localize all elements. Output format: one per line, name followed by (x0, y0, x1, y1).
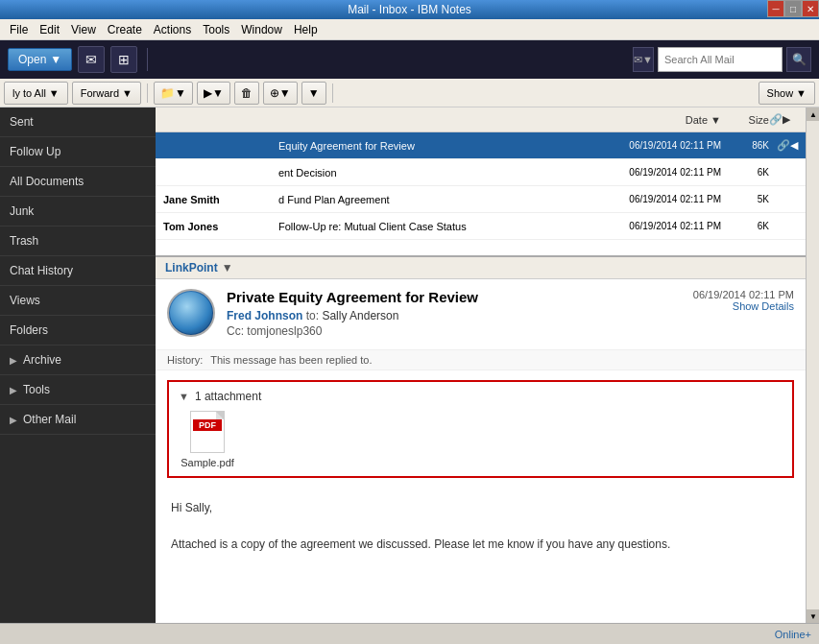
maximize-button[interactable]: □ (784, 0, 802, 17)
minimize-button[interactable]: ─ (767, 0, 784, 17)
tools-expand-icon: ▶ (10, 385, 17, 395)
open-dropdown-icon: ▼ (50, 53, 61, 66)
toolbar2-sep-1 (147, 83, 148, 103)
email-header-top: Private Equity Agreement for Review Fred… (167, 289, 794, 340)
email-sender-3: Tom Jones (163, 221, 278, 232)
add-icon-btn[interactable]: ⊕▼ (263, 82, 298, 105)
search-input[interactable] (658, 47, 783, 72)
attachment-count: 1 attachment (195, 390, 261, 403)
menu-view[interactable]: View (65, 21, 102, 38)
sidebar-item-views[interactable]: Views (0, 286, 156, 316)
menu-window[interactable]: Window (235, 21, 288, 38)
email-list: Equity Agreement for Review 06/19/2014 0… (156, 132, 806, 257)
show-button[interactable]: Show ▼ (759, 82, 815, 105)
email-subject-3: Follow-Up re: Mutual Client Case Status (278, 221, 596, 232)
title-bar: Mail - Inbox - IBM Notes ─ □ ✕ (0, 0, 819, 19)
toolbar2-sep-2 (332, 83, 333, 103)
second-toolbar: ly to All ▼ Forward ▼ 📁▼ ▶▼ 🗑 ⊕▼ ▼ Show … (0, 79, 819, 107)
email-icons-0: 🔗◀ (769, 139, 798, 152)
scroll-down-button[interactable]: ▼ (807, 609, 819, 623)
content-area: Date ▼ Size 🔗▶ Equity Agreement for Revi… (156, 107, 806, 623)
sidebar-item-chat-history[interactable]: Chat History (0, 256, 156, 286)
reply-all-button[interactable]: ly to All ▼ (4, 82, 68, 105)
attachment-filename: Sample.pdf (181, 457, 234, 468)
menu-tools[interactable]: Tools (197, 21, 235, 38)
chat-history-label: Chat History (10, 264, 73, 277)
flag-icon-btn[interactable]: ▶▼ (197, 82, 230, 105)
menu-bar: File Edit View Create Actions Tools Wind… (0, 19, 819, 40)
open-button[interactable]: Open ▼ (8, 48, 72, 71)
sidebar-item-trash[interactable]: Trash (0, 227, 156, 256)
sidebar-item-junk[interactable]: Junk (0, 197, 156, 227)
open-label: Open (18, 53, 46, 66)
toolbar-separator-1 (147, 48, 148, 71)
globe-icon (170, 292, 212, 334)
sidebar-item-sent[interactable]: Sent (0, 107, 156, 137)
more-icon-btn[interactable]: ▼ (301, 82, 326, 105)
menu-create[interactable]: Create (102, 21, 148, 38)
linkpoint-arrow-icon: ▼ (222, 261, 233, 274)
sidebar-item-folders[interactable]: Folders (0, 316, 156, 346)
email-subject-2: d Fund Plan Agreement (278, 194, 596, 205)
email-row-3[interactable]: Tom Jones Follow-Up re: Mutual Client Ca… (156, 213, 806, 240)
delete-icon-btn[interactable]: 🗑 (234, 82, 259, 105)
sent-label: Sent (10, 115, 34, 129)
other-mail-expand-icon: ▶ (10, 415, 17, 425)
email-cc-line: Cc: tomjoneslp360 (227, 324, 629, 338)
date-col-header[interactable]: Date ▼ (596, 114, 721, 126)
email-history-bar: History: This message has been replied t… (156, 350, 806, 370)
body-greeting: Hi Sally, (171, 499, 790, 517)
menu-file[interactable]: File (4, 21, 34, 38)
scroll-up-button[interactable]: ▲ (807, 107, 819, 121)
email-from-name[interactable]: Fred Johnson (227, 309, 302, 322)
size-col-header[interactable]: Size (721, 114, 769, 126)
menu-help[interactable]: Help (288, 21, 324, 38)
search-dropdown-icon[interactable]: ✉▼ (633, 47, 654, 72)
reply-all-label: ly to All (12, 87, 46, 99)
scrollbar-right[interactable]: ▲ ▼ (806, 107, 819, 623)
email-row-0[interactable]: Equity Agreement for Review 06/19/2014 0… (156, 132, 806, 159)
sidebar-item-follow-up[interactable]: Follow Up (0, 137, 156, 167)
reading-pane: LinkPoint ▼ Private Equity Agreement for… (156, 257, 806, 623)
menu-edit[interactable]: Edit (34, 21, 65, 38)
trash-label: Trash (10, 234, 38, 248)
close-button[interactable]: ✕ (802, 0, 819, 17)
pdf-file-icon: PDF (190, 411, 225, 453)
folder-icon-btn[interactable]: 📁▼ (154, 82, 193, 105)
search-container: ✉▼ 🔍 (633, 47, 811, 72)
grid-icon[interactable]: ⊞ (110, 46, 137, 73)
attachment-item[interactable]: PDF Sample.pdf (179, 411, 236, 468)
linkpoint-label[interactable]: LinkPoint (165, 261, 218, 274)
email-row-2[interactable]: Jane Smith d Fund Plan Agreement 06/19/2… (156, 186, 806, 213)
show-label: Show (767, 87, 794, 99)
email-date-1: 06/19/2014 02:11 PM (596, 167, 721, 178)
sidebar-item-archive[interactable]: ▶ Archive (0, 346, 156, 375)
forward-button[interactable]: Forward ▼ (72, 82, 141, 105)
sidebar-item-all-documents[interactable]: All Documents (0, 167, 156, 197)
email-row-1[interactable]: ent Decision 06/19/2014 02:11 PM 6K (156, 159, 806, 186)
show-details-link[interactable]: Show Details (640, 300, 794, 312)
views-label: Views (10, 294, 40, 307)
email-header-right: 06/19/2014 02:11 PM Show Details (640, 289, 794, 312)
tools-label: Tools (23, 383, 50, 396)
email-header-area: Private Equity Agreement for Review Fred… (156, 279, 806, 350)
all-docs-label: All Documents (10, 175, 84, 188)
email-size-0: 86K (721, 140, 769, 151)
email-size-2: 5K (721, 194, 769, 204)
attachment-header: ▼ 1 attachment (179, 390, 783, 403)
email-subject-1: ent Decision (278, 167, 596, 179)
email-date-0: 06/19/2014 02:11 PM (596, 140, 721, 151)
envelope-icon[interactable]: ✉ (78, 46, 105, 73)
date-sort-icon: ▼ (711, 114, 721, 126)
reply-all-dropdown: ▼ (49, 87, 60, 99)
folders-label: Folders (10, 323, 48, 337)
status-online: Online+ (775, 629, 811, 640)
attachment-toggle-icon[interactable]: ▼ (179, 391, 189, 402)
sidebar-item-other-mail[interactable]: ▶ Other Mail (0, 405, 156, 435)
main-layout: Sent Follow Up All Documents Junk Trash … (0, 107, 819, 623)
sidebar-item-tools[interactable]: ▶ Tools (0, 375, 156, 405)
window-title: Mail - Inbox - IBM Notes (348, 3, 471, 16)
pdf-corner-fold (216, 412, 224, 419)
search-button[interactable]: 🔍 (786, 47, 811, 72)
menu-actions[interactable]: Actions (148, 21, 197, 38)
